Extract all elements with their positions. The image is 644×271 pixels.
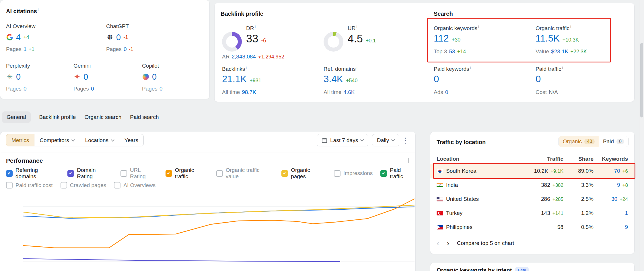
ai-item-gemini: Gemini ✦ 0 Pages 0 (73, 63, 94, 92)
tab-paid-search[interactable]: Paid search (130, 111, 159, 123)
ai-citations-value[interactable]: 0 (83, 72, 88, 82)
backlink-profile-title: Backlink profile (221, 11, 263, 17)
more-options-button[interactable]: ⋮ (400, 135, 411, 146)
ai-citations-card: AI citationsi AI Overview 4 +4 Pages 1 +… (0, 0, 210, 99)
organic-traffic-label: Organic traffici (536, 25, 571, 32)
ai-citations-value[interactable]: 4 (16, 33, 21, 42)
chevron-down-icon (360, 138, 364, 142)
metric-checkbox-paid-traffic-cost[interactable]: Paid traffic cost (6, 182, 53, 188)
locations-button[interactable]: Locations (80, 134, 119, 146)
alltime-value[interactable]: 4.6K (343, 89, 355, 95)
ar-value[interactable]: 2,848,084 (231, 54, 256, 60)
years-button[interactable]: Years (119, 134, 144, 146)
table-row-turkey[interactable]: Turkey 143+141 1.2% 1 (430, 206, 634, 220)
metric-checkbox-organic-traffic-value[interactable]: Organic traffic value (216, 167, 274, 180)
scrollbar-thumb[interactable] (640, 43, 643, 117)
metric-checkbox-url-rating[interactable]: URL Rating (120, 167, 158, 180)
ur-change: +0.1 (366, 38, 376, 44)
ur-donut-chart (324, 32, 343, 52)
table-row-south-korea[interactable]: South Korea 10.2K+9.1K 89.0% 70+6 (430, 164, 634, 178)
metric-checkbox-paid-traffic[interactable]: ✓ Paid traffic (380, 167, 415, 180)
ai-item-chatgpt: ChatGPT ❉ 0 -1 Pages 0 -1 (106, 23, 133, 52)
metric-checkbox-ai-overviews[interactable]: AI Overviews (114, 182, 155, 188)
flag-icon-turkey (437, 211, 443, 215)
count-badge: 40 (584, 139, 595, 144)
collapse-section-button[interactable] (408, 158, 409, 163)
metric-checkbox-referring-domains[interactable]: ✓ Referring domains (6, 167, 60, 180)
checkbox-icon (114, 182, 120, 188)
tab-backlink-profile[interactable]: Backlink profile (39, 111, 76, 123)
paid-traffic-label: Paid traffici (536, 66, 563, 72)
metric-checkbox-organic-pages[interactable]: ✓ Organic pages (281, 167, 326, 180)
triangle-down-icon: ▼ (258, 55, 261, 59)
scrollbar-track[interactable] (639, 0, 644, 271)
pages-value[interactable]: 1 (24, 46, 27, 52)
competitors-button[interactable]: Competitors (34, 134, 80, 146)
beta-badge: Beta (515, 267, 529, 271)
next-page-button[interactable]: › (447, 239, 449, 247)
alltime-label: All time (324, 89, 341, 95)
column-share: Share (563, 156, 594, 162)
pages-change: -1 (129, 46, 133, 52)
ai-source-name: Gemini (73, 63, 94, 69)
backlinks-value[interactable]: 21.1K (222, 74, 247, 85)
toggle-organic[interactable]: Organic 40 (559, 136, 599, 147)
keywords-by-intent-title: Organic keywords by intentBeta (437, 267, 529, 271)
pages-value[interactable]: 0 (124, 46, 127, 52)
metric-checkbox-crawled-pages[interactable]: Crawled pages (61, 182, 106, 188)
table-row-india[interactable]: India 382+382 3.3% 9+8 (430, 178, 634, 192)
ai-citations-title: AI citationsi (6, 8, 38, 15)
checkbox-icon (6, 182, 13, 188)
metric-checkbox-domain-rating[interactable]: ✓ Domain Rating (67, 167, 113, 180)
checkbox-icon: ✓ (6, 170, 13, 177)
table-row-united-states[interactable]: United States 286+285 2.5% 30+24 (430, 192, 634, 206)
ai-source-name: ChatGPT (106, 23, 133, 30)
ref-domains-change: +540 (346, 78, 358, 84)
checkbox-icon: ✓ (67, 170, 74, 177)
paid-keywords-value[interactable]: 0 (434, 74, 439, 85)
metric-checkbox-organic-traffic[interactable]: ✓ Organic traffic (166, 167, 209, 180)
value-value[interactable]: $23.1K (551, 48, 568, 55)
table-row-philippines[interactable]: Philippines 58 0.5% 9 (430, 220, 634, 234)
checkbox-icon (216, 170, 223, 177)
backlink-search-card: Backlink profile DRi 33 -6 AR 2,848,084 … (214, 3, 635, 102)
column-location: Location (437, 156, 515, 162)
dr-value: 33 (246, 33, 258, 45)
date-range-button[interactable]: Last 7 days (317, 134, 368, 146)
organic-keywords-value[interactable]: 112 (434, 33, 449, 44)
ur-value: 4.5 (348, 33, 363, 45)
performance-chart[interactable] (23, 193, 415, 271)
organic-traffic-value[interactable]: 11.5K (536, 33, 560, 44)
alltime-value[interactable]: 98.7K (242, 89, 256, 95)
tab-general[interactable]: General (2, 111, 31, 123)
keywords-by-intent-card: Organic keywords by intentBeta (430, 263, 635, 271)
pages-value[interactable]: 0 (91, 86, 94, 92)
metric-row-2: Paid traffic cost Crawled pages AI Overv… (6, 182, 155, 188)
top3-value[interactable]: 53 (449, 48, 455, 55)
ai-citations-value[interactable]: 0 (152, 72, 157, 82)
metric-checkbox-impressions[interactable]: Impressions (334, 170, 373, 177)
granularity-button[interactable]: Daily (372, 134, 399, 146)
pages-value[interactable]: 0 (159, 86, 163, 92)
info-icon: i (478, 25, 479, 29)
ref-domains-value[interactable]: 3.4K (324, 74, 343, 85)
ai-citations-value[interactable]: 0 (116, 33, 121, 42)
ai-item-perplexity: Perplexity ✳ 0 Pages 0 (6, 63, 30, 92)
prev-page-button[interactable]: ‹ (437, 239, 439, 247)
pages-label: Pages (106, 46, 122, 52)
metrics-button[interactable]: Metrics (6, 134, 34, 146)
ai-citations-value[interactable]: 0 (16, 72, 21, 82)
compare-top5-link[interactable]: Compare top 5 on chart (457, 240, 514, 246)
ads-value[interactable]: 0 (445, 89, 448, 95)
ai-item-copilot: Copilot 0 Pages 0 (142, 63, 162, 92)
tab-organic-search[interactable]: Organic search (84, 111, 121, 123)
ai-citations-change: +4 (23, 34, 29, 40)
location-table: South Korea 10.2K+9.1K 89.0% 70+6 India … (430, 164, 634, 234)
ai-source-name: Perplexity (6, 63, 30, 69)
chevron-down-icon (71, 138, 75, 142)
paid-traffic-value[interactable]: 0 (536, 74, 541, 85)
toggle-paid[interactable]: Paid 0 (599, 136, 628, 147)
info-icon: i (470, 66, 471, 70)
pages-value[interactable]: 0 (24, 86, 27, 92)
ar-label: AR (222, 54, 229, 60)
